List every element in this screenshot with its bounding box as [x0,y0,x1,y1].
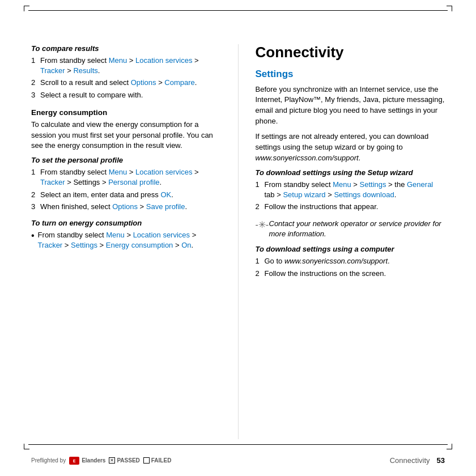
settings-download-link[interactable]: Settings download [334,190,394,199]
list-item: 3 Select a result to compare with. [31,90,221,100]
ok-link[interactable]: OK [160,190,171,199]
section-energy: Energy consumption To calculate and view… [31,108,221,152]
footer: Preflighted by E Elanders ✕ PASSED FAILE… [31,456,445,465]
settings-body2: If settings are not already entered, you… [256,131,445,164]
results-link[interactable]: Results [73,66,97,75]
section-compare-results-title: To compare results [31,44,221,53]
list-item: 1 Go to www.sonyericsson.com/support. [256,256,445,266]
main-content: To compare results 1 From standby select… [31,17,445,439]
passed-checkbox: ✕ [109,457,115,464]
list-num: 2 [31,78,38,88]
personal-profile-list: 1 From standby select Menu > Location se… [31,167,221,212]
energy-consumption-link[interactable]: Energy consumption [106,241,173,249]
compare-link[interactable]: Compare [164,78,194,87]
list-item-text: Follow the instructions that appear. [265,202,379,212]
section-turn-on-title: To turn on energy consumption [31,219,221,227]
subsection-setup-wizard: To download settings using the Setup wiz… [256,168,445,212]
list-item: 3 When finished, select Options > Save p… [31,202,221,212]
connectivity-title: Connectivity [256,44,445,61]
failed-checkbox [143,457,150,464]
subsection-setup-wizard-title: To download settings using the Setup wiz… [256,168,445,177]
page-container: To compare results 1 From standby select… [0,0,476,476]
settings-body1: Before you synchronize with an Internet … [256,84,445,127]
energy-body: To calculate and view the energy consump… [31,120,221,152]
computer-list: 1 Go to www.sonyericsson.com/support. 2 … [256,256,445,278]
save-profile-link[interactable]: Save profile [146,202,185,211]
menu-link[interactable]: Menu [333,180,351,189]
personal-profile-link[interactable]: Personal profile [108,178,159,186]
list-item: 2 Select an item, enter data and press O… [31,190,221,200]
settings-link[interactable]: Settings [71,241,97,249]
settings-heading: Settings [256,69,445,80]
menu-link[interactable]: Menu [106,231,125,239]
list-num: 3 [31,202,38,212]
tracker-link[interactable]: Tracker [40,178,65,186]
location-services-link[interactable]: Location services [135,168,192,176]
compare-results-list: 1 From standby select Menu > Location se… [31,56,221,100]
tip-icon: -✳- [256,219,266,230]
failed-box: FAILED [143,457,172,464]
options-link[interactable]: Options [131,78,156,87]
list-item-text: From standby select Menu > Location serv… [40,167,221,188]
section-personal-profile: To set the personal profile 1 From stand… [31,156,221,212]
list-item-text: When finished, select Options > Save pro… [40,202,187,212]
elanders-icon: E [69,457,79,465]
list-item-text: From standby select Menu > Location serv… [38,230,221,250]
section-compare-results: To compare results 1 From standby select… [31,44,221,100]
passed-label: PASSED [117,457,139,464]
list-item: 2 Follow the instructions on the screen. [256,269,445,279]
list-item-text: Select a result to compare with. [40,90,143,100]
list-num: 2 [256,202,262,212]
passed-box: ✕ PASSED [109,457,139,464]
list-item: 2 Follow the instructions that appear. [256,202,445,212]
section-turn-on-energy: To turn on energy consumption • From sta… [31,219,221,250]
tip-container: -✳- Contact your network operator or ser… [256,219,445,239]
on-link[interactable]: On [181,241,191,249]
setup-wizard-link[interactable]: Setup wizard [283,190,325,199]
left-column: To compare results 1 From standby select… [31,17,221,439]
list-item-text: From standby select Menu > Location serv… [40,56,221,76]
list-item: • From standby select Menu > Location se… [31,230,221,250]
bullet-icon: • [31,230,35,250]
bottom-border [28,444,448,445]
options-link[interactable]: Options [112,202,138,211]
list-num: 2 [256,269,262,279]
list-item: 1 From standby select Menu > Location se… [31,56,221,76]
elanders-name: Elanders [82,457,105,464]
elanders-logo: E Elanders [69,457,105,465]
list-num: 3 [31,90,38,100]
right-column: Connectivity Settings Before you synchro… [256,17,445,439]
failed-label: FAILED [151,457,172,464]
settings-link[interactable]: Settings [360,180,386,189]
page-label: Connectivity [390,456,430,465]
svg-text:E: E [73,459,76,463]
subsection-computer-title: To download settings using a computer [256,245,445,253]
list-item-text: From standby select Menu > Settings > th… [265,180,445,200]
tracker-link[interactable]: Tracker [38,241,63,249]
section-personal-profile-title: To set the personal profile [31,156,221,164]
energy-heading: Energy consumption [31,108,221,117]
top-border [28,10,448,11]
turn-on-list: • From standby select Menu > Location se… [31,230,221,250]
column-divider [238,44,239,439]
page-number-area: Connectivity 53 [390,456,445,465]
list-item: 1 From standby select Menu > Settings > … [256,180,445,200]
preflighted-label: Preflighted by [31,457,66,464]
general-link[interactable]: General [407,180,433,189]
footer-preflighted: Preflighted by E Elanders ✕ PASSED FAILE… [31,457,171,465]
list-item: 2 Scroll to a result and select Options … [31,78,221,88]
page-number: 53 [437,456,445,465]
list-item-text: Select an item, enter data and press OK. [40,190,173,200]
subsection-computer: To download settings using a computer 1 … [256,245,445,278]
setup-wizard-list: 1 From standby select Menu > Settings > … [256,180,445,212]
menu-link[interactable]: Menu [109,168,128,176]
list-num: 1 [256,256,262,266]
tip-text: Contact your network operator or service… [269,219,445,239]
list-num: 1 [256,180,262,200]
list-num: 1 [31,56,38,76]
tracker-link[interactable]: Tracker [40,66,65,75]
menu-link[interactable]: Menu [109,56,128,65]
list-num: 1 [31,167,38,188]
location-services-link[interactable]: Location services [135,56,192,65]
location-services-link[interactable]: Location services [133,231,190,239]
